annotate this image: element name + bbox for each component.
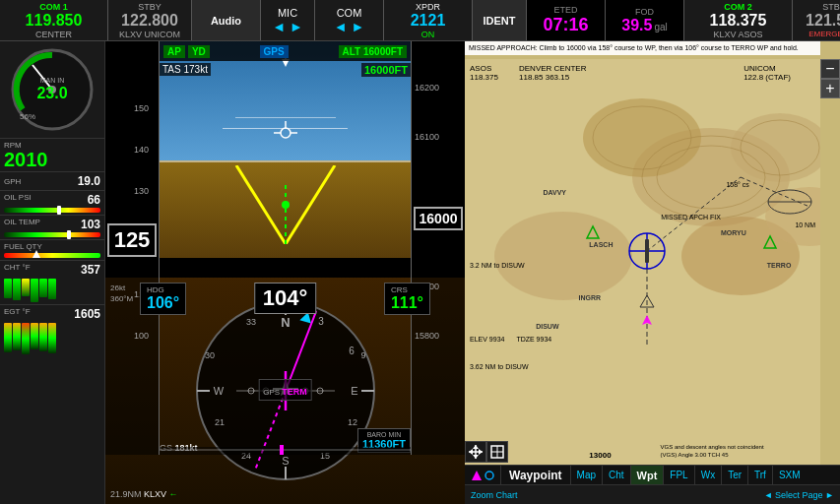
svg-text:21: 21 — [214, 417, 224, 427]
ident-button[interactable]: IDENT — [473, 0, 527, 40]
oil-temp-value: 103 — [81, 218, 100, 231]
dist-value: 21.9NM — [110, 489, 142, 499]
map-nav-cht[interactable]: Cht — [603, 466, 631, 484]
map-content: ASOS 118.375 DENVER CENTER 118.85 363.15… — [465, 59, 820, 465]
pan-buttons — [465, 441, 508, 463]
wpt-davvy: DAVVY — [543, 189, 566, 196]
transponder[interactable]: XPDR 2121 ON — [384, 0, 473, 40]
map-nav-wx[interactable]: Wx — [695, 466, 722, 484]
freq-overlay-denver: DENVER CENTER 118.85 363.15 — [519, 64, 586, 82]
wpt-value: KLXV — [144, 489, 166, 499]
svg-text:E: E — [351, 385, 357, 397]
select-page-label[interactable]: ◄ Select Page ► — [758, 490, 840, 500]
altitude-current: 16000 — [414, 207, 463, 230]
approach-text: MISSED APPROACH: Climb to 16000 via 158°… — [465, 41, 820, 55]
svg-text:9: 9 — [360, 350, 365, 360]
oil-temp-label: OIL TEMP — [4, 218, 40, 231]
svg-marker-73 — [469, 449, 473, 455]
map-nav-ter[interactable]: Ter — [722, 466, 748, 484]
denver-label: DENVER CENTER — [519, 64, 586, 73]
svg-line-13 — [286, 165, 335, 244]
eted-label: ETED — [553, 5, 577, 15]
hdg-label: HDG — [147, 285, 179, 294]
wpt-terro: TERRO — [767, 262, 792, 269]
nm-disuw-2: 3.62 NM to DISUW — [470, 363, 529, 370]
unicom-label: UNICOM — [743, 64, 791, 73]
map-nav-map[interactable]: Map — [571, 466, 603, 484]
svg-text:56%: 56% — [20, 112, 35, 121]
svg-text:30: 30 — [204, 350, 214, 360]
com1-freq: 119.850 — [26, 12, 83, 30]
map-nav-wpt[interactable]: Wpt — [631, 466, 665, 484]
mic-selector[interactable]: MIC ◄ ► — [261, 0, 315, 40]
cht-value: 357 — [81, 263, 100, 277]
wind-speed: 26kt — [110, 283, 133, 293]
compass-heading: 104° — [263, 285, 308, 311]
xpdr-label: XPDR — [416, 2, 440, 12]
ap-mode: AP — [163, 45, 185, 58]
audio-button[interactable]: Audio — [192, 0, 261, 40]
speed-150: 150 — [134, 103, 149, 113]
svg-text:MAN IN: MAN IN — [40, 77, 65, 84]
asos-freq: 118.375 — [470, 73, 498, 82]
arrow-icon: ← — [169, 489, 178, 499]
alt-mode: ALT 16000FT — [339, 45, 408, 58]
crs-value: 111° — [391, 294, 423, 312]
svg-point-47 — [583, 98, 701, 177]
svg-text:23.0: 23.0 — [36, 85, 67, 101]
svg-line-12 — [236, 165, 286, 244]
alt-16200: 16200 — [415, 83, 439, 93]
gph-label: GPH — [4, 177, 21, 186]
com-selector[interactable]: COM ◄ ► — [315, 0, 384, 40]
tdze-label: TDZE 9934 — [516, 336, 551, 343]
gps-term-badge: GPS TERM — [258, 379, 312, 401]
elev-label: ELEV 9934 — [470, 336, 504, 343]
map-nav-row-top: Waypoint Map Cht Wpt FPL Wx Ter Trf SXM — [465, 465, 840, 484]
alt-16100: 16100 — [415, 132, 439, 142]
mic-arrows-icon: ◄ ► — [272, 19, 303, 34]
altitude-target: 16000FT — [361, 63, 411, 77]
stby2-freq: 121.500 — [806, 12, 840, 30]
svg-text:S: S — [282, 455, 289, 467]
pan-arrows-icon[interactable] — [465, 441, 486, 463]
com-label: COM — [337, 7, 362, 19]
com1-sub: CENTER — [35, 30, 72, 39]
com1-active[interactable]: COM 1 119.850 CENTER — [0, 0, 108, 40]
com2-active[interactable]: COM 2 118.375 KLXV ASOS — [684, 0, 793, 40]
speed-current: 125 — [107, 223, 157, 257]
speed-100: 100 — [134, 331, 149, 341]
center-map-button[interactable] — [486, 441, 508, 463]
map-nav-fpl[interactable]: FPL — [664, 466, 694, 484]
svg-text:12: 12 — [347, 417, 356, 427]
oil-psi-value: 66 — [88, 193, 100, 207]
wpt-lasch: LASCH — [589, 241, 613, 248]
fuel-qty-label: FUEL QTY — [4, 242, 100, 251]
course-annotation: 158° cs — [726, 181, 748, 188]
speed-130: 130 — [134, 186, 149, 196]
com1-stby[interactable]: STBY 122.800 KLXV UNICOM — [108, 0, 192, 40]
waypoint-nav-label[interactable]: Waypoint — [501, 466, 571, 484]
zoom-in-button[interactable]: − — [820, 59, 840, 79]
stby2-label: STBY — [822, 2, 840, 12]
unicom-freq: 122.8 (CTAF) — [743, 73, 791, 82]
egt-value: 1605 — [74, 307, 100, 321]
zoom-out-button[interactable]: + — [820, 79, 840, 98]
com2-stby[interactable]: STBY 121.500 EMERGENCY — [793, 0, 840, 40]
gph-value: 19.0 — [78, 174, 100, 188]
xpdr-code: 2121 — [411, 12, 446, 30]
asos-label: ASOS — [470, 64, 498, 73]
wpt-ingrr: INGRR — [579, 294, 602, 301]
eted-display: ETED 07:16 — [527, 0, 606, 40]
map-nav-trf[interactable]: Trf — [748, 466, 773, 484]
distance-display: 21.9NM KLXV ← — [110, 489, 178, 499]
zoom-chart-label: Zoom Chart — [465, 490, 524, 500]
altitude-tape: 16200 16100 16000 15900 15800 2 1 — [411, 41, 465, 455]
com-arrows-icon: ◄ ► — [334, 19, 365, 34]
mic-label: MIC — [278, 7, 297, 19]
map-nav-sxm[interactable]: SXM — [773, 466, 807, 484]
gps-mode: GPS — [260, 45, 289, 58]
stby-sub: KLXV UNICOM — [119, 30, 180, 39]
oil-psi-label: OIL PSI — [4, 193, 32, 207]
svg-text:33: 33 — [245, 317, 255, 327]
nm-disuw-1: 3.2 NM to DISUW — [470, 262, 525, 269]
